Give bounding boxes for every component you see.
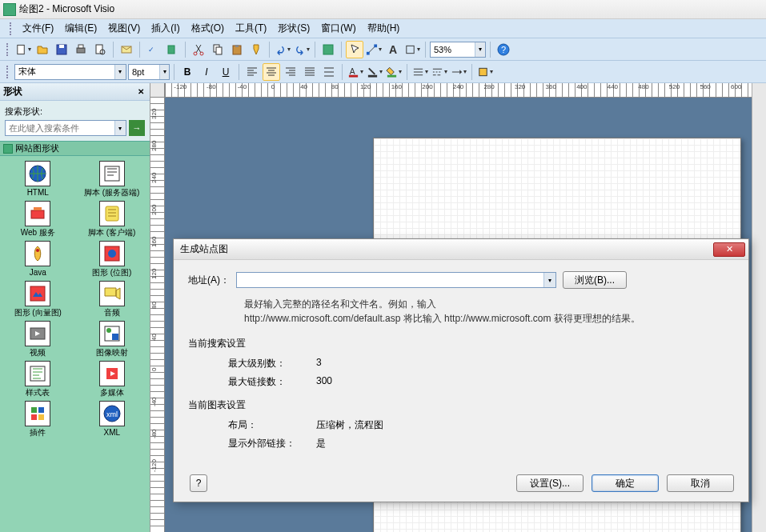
shapes-panel-close[interactable]: ✕: [135, 86, 146, 98]
format-painter-button[interactable]: [247, 41, 265, 58]
font-color-button[interactable]: A: [347, 63, 364, 81]
shape-label: 图像映射: [76, 348, 149, 358]
print-button[interactable]: [72, 41, 90, 58]
font-combo[interactable]: ▾: [14, 64, 126, 80]
shape-item[interactable]: 图像映射: [76, 321, 149, 358]
size-dropdown-arrow[interactable]: ▾: [159, 65, 169, 79]
shape-item[interactable]: 脚本 (客户端): [76, 201, 149, 238]
shape-item[interactable]: Web 服务: [2, 201, 74, 238]
menu-format[interactable]: 格式(O): [186, 20, 229, 37]
menu-window[interactable]: 窗口(W): [316, 20, 360, 37]
zoom-dropdown-arrow[interactable]: ▾: [475, 42, 485, 57]
menu-help[interactable]: 帮助(H): [363, 20, 405, 37]
shape-item[interactable]: HTML: [2, 161, 74, 198]
distribute-button[interactable]: [320, 63, 338, 81]
zoom-input[interactable]: [431, 45, 475, 54]
menu-tools[interactable]: 工具(T): [231, 20, 271, 37]
svg-rect-48: [38, 414, 44, 420]
redo-button[interactable]: [293, 41, 311, 58]
connector-tool-button[interactable]: [365, 41, 383, 58]
formatting-toolbar: ▾ ▾ B I U A: [0, 61, 766, 83]
line-pattern-button[interactable]: [431, 63, 448, 81]
italic-button[interactable]: I: [198, 63, 215, 81]
shape-icon: [25, 241, 50, 266]
cancel-button[interactable]: 取消: [667, 474, 734, 492]
shape-item[interactable]: Java: [2, 241, 74, 278]
shapes-window-button[interactable]: [319, 41, 337, 58]
align-left-button[interactable]: [243, 63, 261, 81]
line-color-button[interactable]: [366, 63, 383, 81]
underline-button[interactable]: U: [217, 63, 235, 81]
font-size-input[interactable]: [129, 67, 159, 77]
shape-label: 脚本 (客户端): [76, 228, 149, 238]
shape-item[interactable]: 图形 (向量图): [2, 281, 74, 318]
help-button[interactable]: ?: [495, 41, 512, 58]
settings-button[interactable]: 设置(S)...: [516, 474, 584, 492]
align-right-button[interactable]: [282, 63, 299, 81]
copy-button[interactable]: [209, 41, 227, 58]
menu-edit[interactable]: 编辑(E): [60, 20, 102, 37]
menu-file[interactable]: 文件(F): [18, 20, 58, 37]
dialog-close-button[interactable]: ✕: [713, 242, 745, 257]
shape-item[interactable]: xmlXML: [76, 401, 149, 438]
menu-insert[interactable]: 插入(I): [146, 20, 184, 37]
shapes-search-arrow[interactable]: ▾: [114, 121, 126, 135]
email-button[interactable]: [118, 41, 135, 58]
browse-button[interactable]: 浏览(B)...: [563, 271, 627, 289]
shape-icon: [25, 321, 50, 346]
pointer-tool-button[interactable]: [346, 41, 363, 58]
menu-view[interactable]: 视图(V): [103, 20, 145, 37]
font-dropdown-arrow[interactable]: ▾: [114, 65, 126, 79]
address-dropdown-arrow[interactable]: ▾: [543, 273, 555, 287]
vertical-scrollbar[interactable]: [752, 83, 766, 532]
shape-item[interactable]: 插件: [2, 401, 74, 438]
fill-color-button[interactable]: [385, 63, 403, 81]
shape-item[interactable]: 视频: [2, 321, 74, 358]
menubar: 文件(F) 编辑(E) 视图(V) 插入(I) 格式(O) 工具(T) 形状(S…: [0, 19, 766, 38]
print-preview-button[interactable]: [91, 41, 109, 58]
shape-item[interactable]: 脚本 (服务器端): [76, 161, 149, 198]
address-input[interactable]: [237, 275, 543, 285]
svg-text:✓: ✓: [148, 46, 154, 54]
shape-stencil-header[interactable]: 网站图形状: [0, 141, 150, 156]
shapes-search-go[interactable]: →: [129, 120, 145, 136]
ruler-horizontal[interactable]: -120-80-40040801201602002402803203604004…: [165, 83, 752, 98]
menu-shape[interactable]: 形状(S): [273, 20, 315, 37]
format-button[interactable]: [476, 63, 494, 81]
paste-button[interactable]: [228, 41, 246, 58]
line-ends-button[interactable]: [450, 63, 467, 81]
research-button[interactable]: [163, 41, 181, 58]
text-tool-button[interactable]: A: [384, 41, 402, 58]
drawing-tools-button[interactable]: [403, 41, 421, 58]
open-button[interactable]: [34, 41, 51, 58]
dialog-help-button[interactable]: ?: [190, 474, 207, 492]
shape-item[interactable]: 样式表: [2, 361, 74, 398]
font-size-combo[interactable]: ▾: [128, 64, 170, 80]
max-links-label: 最大链接数：: [228, 375, 316, 389]
new-button[interactable]: [14, 41, 32, 58]
line-weight-button[interactable]: [411, 63, 429, 81]
undo-button[interactable]: [274, 41, 291, 58]
spelling-button[interactable]: ✓: [144, 41, 162, 58]
align-justify-button[interactable]: [301, 63, 319, 81]
shapes-search-input[interactable]: [6, 123, 114, 133]
ruler-vertical[interactable]: 32028024020016012080400-40-80-120: [150, 98, 165, 532]
align-center-button[interactable]: [263, 63, 280, 81]
shape-item[interactable]: 图形 (位图): [76, 241, 149, 278]
bold-button[interactable]: B: [178, 63, 196, 81]
dialog-titlebar[interactable]: 生成站点图 ✕: [174, 239, 748, 260]
font-input[interactable]: [15, 67, 114, 77]
menu-grip[interactable]: [10, 22, 13, 35]
zoom-combo[interactable]: ▾: [430, 42, 486, 58]
toolbar-grip[interactable]: [6, 43, 10, 56]
address-combo[interactable]: ▾: [236, 272, 556, 288]
max-level-value: 3: [316, 357, 734, 370]
toolbar-grip-2[interactable]: [6, 66, 10, 78]
ok-button[interactable]: 确定: [592, 474, 659, 492]
shape-item[interactable]: 多媒体: [76, 361, 149, 398]
shape-item[interactable]: 音频: [76, 281, 149, 318]
max-links-value: 300: [316, 375, 734, 389]
save-button[interactable]: [53, 41, 70, 58]
cut-button[interactable]: [190, 41, 207, 58]
shapes-search-combo[interactable]: ▾: [5, 120, 126, 136]
